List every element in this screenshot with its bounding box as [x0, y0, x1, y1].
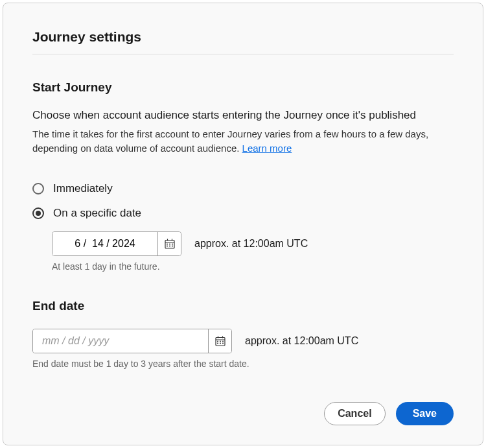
end-date-calendar-button[interactable] [208, 329, 231, 353]
start-radio-group: Immediately On a specific date [32, 182, 454, 272]
dialog-footer: Cancel Save [32, 376, 454, 425]
start-hint: The time it takes for the first account … [32, 127, 454, 156]
cancel-button[interactable]: Cancel [324, 402, 385, 425]
journey-settings-dialog: Journey settings Start Journey Choose wh… [3, 3, 483, 445]
start-date-field [52, 231, 181, 256]
divider [32, 54, 454, 54]
radio-specific-date[interactable]: On a specific date [32, 207, 454, 220]
end-date-section: End date [32, 299, 454, 369]
radio-icon [32, 183, 44, 195]
end-date-row: approx. at 12:00am UTC [32, 329, 454, 353]
end-approx-text: approx. at 12:00am UTC [245, 335, 358, 347]
radio-label-specific-date: On a specific date [53, 207, 141, 220]
calendar-icon [214, 335, 226, 347]
end-date-input[interactable] [33, 329, 208, 353]
end-range-hint: End date must be 1 day to 3 years after … [32, 359, 454, 369]
start-subtitle: Choose when account audience starts ente… [32, 108, 454, 123]
dialog-title: Journey settings [32, 29, 454, 45]
end-date-heading: End date [32, 299, 454, 313]
start-date-row: approx. at 12:00am UTC [52, 231, 454, 256]
radio-immediately[interactable]: Immediately [32, 182, 454, 195]
start-hint-text: The time it takes for the first account … [32, 128, 428, 154]
start-approx-text: approx. at 12:00am UTC [194, 238, 308, 250]
start-date-calendar-button[interactable] [157, 232, 181, 255]
learn-more-link[interactable]: Learn more [242, 143, 292, 154]
end-date-field [32, 329, 232, 353]
radio-icon [32, 207, 44, 219]
radio-label-immediately: Immediately [53, 182, 113, 195]
start-date-input[interactable] [52, 232, 157, 255]
calendar-icon [164, 238, 176, 250]
save-button[interactable]: Save [396, 402, 454, 425]
start-future-hint: At least 1 day in the future. [52, 261, 454, 272]
start-journey-heading: Start Journey [32, 80, 454, 95]
